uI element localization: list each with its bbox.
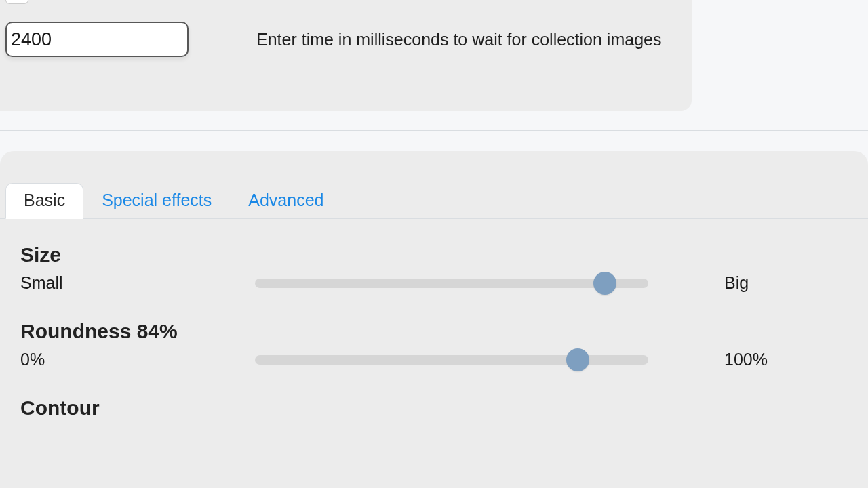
roundness-slider-thumb[interactable] — [566, 348, 589, 371]
size-title: Size — [20, 243, 848, 266]
size-max-label: Big — [724, 273, 749, 293]
roundness-slider[interactable] — [255, 355, 648, 365]
settings-section: Basic Special effects Advanced Size Smal… — [0, 151, 868, 488]
roundness-max-label: 100% — [724, 350, 768, 369]
timeout-input[interactable] — [5, 22, 189, 57]
roundness-slider-row: 0% 100% — [20, 350, 848, 369]
size-slider-row: Small Big — [20, 273, 848, 293]
tab-basic[interactable]: Basic — [5, 183, 83, 219]
tab-advanced[interactable]: Advanced — [230, 183, 342, 219]
timeout-help-text: Enter time in milliseconds to wait for c… — [256, 30, 661, 49]
size-slider-thumb[interactable] — [593, 272, 616, 295]
section-divider — [0, 130, 868, 131]
timeout-row: Enter time in milliseconds to wait for c… — [5, 22, 692, 57]
tabs-bar: Basic Special effects Advanced — [0, 151, 868, 219]
fragment — [5, 0, 28, 4]
tab-special-effects[interactable]: Special effects — [83, 183, 230, 219]
size-slider[interactable] — [255, 279, 648, 288]
roundness-min-label: 0% — [20, 350, 255, 369]
timeout-section: Enter time in milliseconds to wait for c… — [0, 0, 692, 111]
size-min-label: Small — [20, 273, 255, 293]
basic-panel: Size Small Big Roundness 84% 0% 100% Con… — [0, 219, 868, 420]
roundness-title: Roundness 84% — [20, 320, 848, 343]
contour-title: Contour — [20, 396, 848, 420]
